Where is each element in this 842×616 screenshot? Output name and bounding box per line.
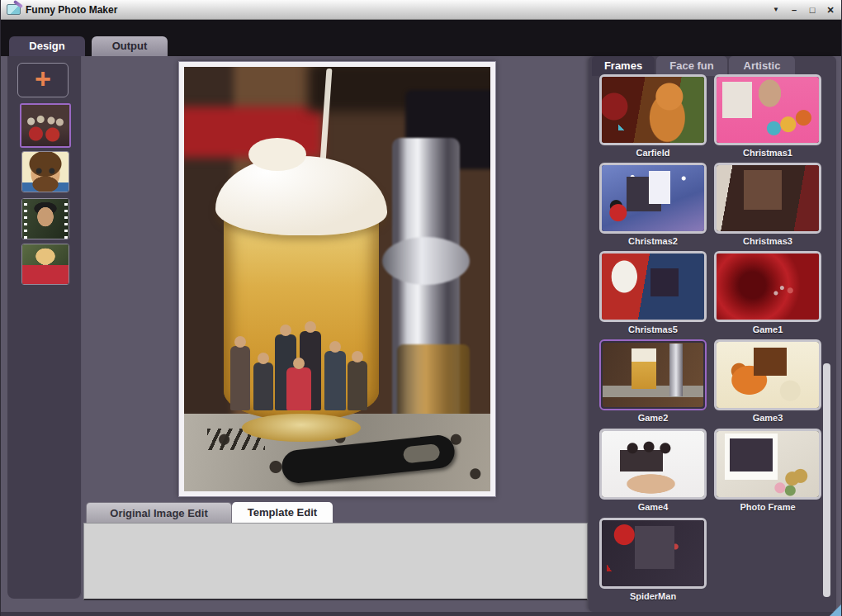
close-icon[interactable]: ✕ bbox=[825, 4, 836, 16]
frame-label: Christmas5 bbox=[599, 325, 707, 334]
main-tab-strip: Design Output bbox=[1, 20, 842, 56]
people-group bbox=[229, 262, 374, 410]
window-controls: ▼ – □ ✕ bbox=[770, 4, 836, 16]
frame-thumbnail-christmas2[interactable]: Christmas2 bbox=[599, 163, 707, 246]
add-photo-button[interactable]: + bbox=[17, 63, 69, 97]
frame-preview-image bbox=[717, 254, 819, 320]
frame-label: Game3 bbox=[714, 413, 821, 423]
maximize-icon[interactable]: □ bbox=[807, 4, 818, 16]
tab-original-image-edit[interactable]: Original Image Edit bbox=[86, 502, 232, 523]
frame-thumbnail-game2-selected[interactable]: Game2 bbox=[599, 339, 707, 423]
frame-preview-image bbox=[602, 77, 704, 143]
sidebar-photo-blonde[interactable] bbox=[21, 244, 69, 285]
frame-thumbnail-game1[interactable]: Game1 bbox=[714, 251, 821, 334]
app-window: Funny Photo Maker ▼ – □ ✕ Design Output … bbox=[0, 0, 842, 616]
frame-preview-image bbox=[717, 77, 819, 143]
template-edit-panel[interactable] bbox=[83, 523, 588, 600]
title-bar[interactable]: Funny Photo Maker ▼ – □ ✕ bbox=[1, 0, 842, 20]
sidebar-photo-group[interactable] bbox=[20, 103, 71, 148]
sidebar-photo-filmstrip[interactable] bbox=[21, 198, 69, 239]
frame-thumbnail-christmas5[interactable]: Christmas5 bbox=[599, 251, 707, 334]
frame-preview-image bbox=[717, 342, 819, 408]
frame-preview-image bbox=[717, 431, 819, 497]
frame-thumbnail-spiderman[interactable]: SpiderMan bbox=[599, 518, 707, 601]
frame-label: Game1 bbox=[714, 325, 821, 334]
photo-thumbnail-image bbox=[22, 152, 69, 192]
minimize-icon[interactable]: – bbox=[788, 4, 800, 16]
frame-label: Game4 bbox=[599, 502, 707, 512]
tab-face-fun[interactable]: Face fun bbox=[656, 56, 727, 76]
frame-thumbnail-christmas1[interactable]: Christmas1 bbox=[714, 74, 821, 158]
beer-glass bbox=[220, 156, 382, 447]
frame-preview-image bbox=[602, 520, 704, 586]
frame-thumbnail-game4[interactable]: Game4 bbox=[599, 429, 707, 512]
app-icon bbox=[7, 4, 21, 15]
tab-design[interactable]: Design bbox=[9, 36, 85, 56]
frame-label: SpiderMan bbox=[599, 591, 707, 601]
frame-thumbnail-photo-frame[interactable]: Photo Frame bbox=[714, 429, 821, 512]
preview-frame bbox=[178, 61, 496, 497]
frames-panel: Frames Face fun Artistic Carfield Christ… bbox=[589, 56, 836, 612]
window-menu-icon[interactable]: ▼ bbox=[770, 4, 782, 16]
frame-preview-image bbox=[603, 343, 703, 407]
main-area: + bbox=[1, 56, 842, 612]
frame-thumbnail-carfield[interactable]: Carfield bbox=[599, 74, 707, 158]
window-bottom-border bbox=[1, 612, 842, 616]
window-title: Funny Photo Maker bbox=[26, 4, 117, 16]
resize-grip[interactable] bbox=[830, 604, 841, 616]
photo-thumbnail-image bbox=[22, 244, 69, 284]
sidebar-photo-avatar[interactable] bbox=[21, 151, 69, 192]
tab-artistic[interactable]: Artistic bbox=[729, 56, 795, 76]
frame-preview-image bbox=[602, 254, 704, 320]
frame-thumbnail-christmas3[interactable]: Christmas3 bbox=[714, 163, 821, 246]
beer-tap bbox=[392, 138, 460, 427]
tab-output[interactable]: Output bbox=[92, 36, 168, 56]
preview-photo[interactable] bbox=[184, 67, 490, 491]
frame-label: Christmas2 bbox=[599, 236, 707, 246]
photo-thumbnail-image bbox=[21, 105, 69, 146]
frame-label: Christmas3 bbox=[714, 236, 821, 246]
photo-thumbnail-image bbox=[22, 199, 69, 239]
frame-label: Game2 bbox=[599, 413, 707, 423]
beer-foam bbox=[215, 156, 387, 235]
frame-preview-image bbox=[717, 165, 819, 231]
frame-preview-image bbox=[602, 165, 704, 231]
frame-label: Photo Frame bbox=[714, 502, 821, 512]
tab-frames[interactable]: Frames bbox=[592, 56, 655, 76]
glass-base bbox=[242, 414, 361, 442]
photo-sidebar: + bbox=[7, 56, 82, 599]
frame-label: Carfield bbox=[599, 148, 707, 158]
frame-thumbnail-game3[interactable]: Game3 bbox=[714, 339, 821, 423]
tab-template-edit[interactable]: Template Edit bbox=[232, 502, 333, 523]
frames-scrollbar[interactable] bbox=[823, 363, 830, 597]
frame-label: Christmas1 bbox=[714, 148, 821, 158]
frame-preview-image bbox=[602, 431, 704, 497]
